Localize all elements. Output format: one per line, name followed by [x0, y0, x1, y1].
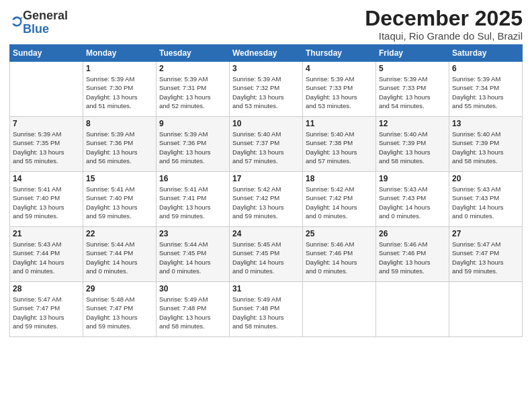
calendar-cell: 13Sunrise: 5:40 AM Sunset: 7:39 PM Dayli… — [449, 117, 523, 172]
calendar-cell — [449, 282, 523, 337]
calendar-cell: 22Sunrise: 5:44 AM Sunset: 7:44 PM Dayli… — [83, 227, 157, 282]
day-number: 28 — [13, 284, 80, 293]
day-info: Sunrise: 5:39 AM Sunset: 7:35 PM Dayligh… — [13, 130, 80, 165]
calendar-cell: 29Sunrise: 5:48 AM Sunset: 7:47 PM Dayli… — [83, 282, 157, 337]
day-info: Sunrise: 5:40 AM Sunset: 7:38 PM Dayligh… — [306, 130, 373, 165]
day-number: 15 — [86, 174, 153, 183]
col-header-friday: Friday — [376, 45, 449, 62]
day-number: 14 — [13, 174, 80, 183]
day-number: 22 — [86, 229, 153, 238]
calendar-cell: 18Sunrise: 5:42 AM Sunset: 7:42 PM Dayli… — [303, 172, 376, 227]
col-header-thursday: Thursday — [303, 45, 376, 62]
calendar-cell — [10, 62, 83, 117]
header-row: SundayMondayTuesdayWednesdayThursdayFrid… — [10, 45, 523, 62]
calendar-cell: 17Sunrise: 5:42 AM Sunset: 7:42 PM Dayli… — [230, 172, 303, 227]
day-number: 2 — [159, 64, 226, 73]
calendar-cell: 12Sunrise: 5:40 AM Sunset: 7:39 PM Dayli… — [376, 117, 449, 172]
calendar-cell: 14Sunrise: 5:41 AM Sunset: 7:40 PM Dayli… — [10, 172, 83, 227]
calendar-cell: 5Sunrise: 5:39 AM Sunset: 7:33 PM Daylig… — [376, 62, 449, 117]
day-info: Sunrise: 5:41 AM Sunset: 7:40 PM Dayligh… — [86, 185, 153, 220]
logo-blue: Blue — [23, 22, 49, 36]
day-number: 18 — [306, 174, 373, 183]
calendar-cell: 2Sunrise: 5:39 AM Sunset: 7:31 PM Daylig… — [157, 62, 230, 117]
col-header-wednesday: Wednesday — [230, 45, 303, 62]
day-number: 27 — [452, 229, 519, 238]
month-title: December 2025 — [365, 7, 523, 30]
calendar-cell — [303, 282, 376, 337]
week-row-3: 14Sunrise: 5:41 AM Sunset: 7:40 PM Dayli… — [10, 172, 523, 227]
calendar-cell: 4Sunrise: 5:39 AM Sunset: 7:33 PM Daylig… — [303, 62, 376, 117]
calendar-cell: 24Sunrise: 5:45 AM Sunset: 7:45 PM Dayli… — [230, 227, 303, 282]
day-info: Sunrise: 5:47 AM Sunset: 7:47 PM Dayligh… — [452, 240, 519, 275]
day-number: 25 — [306, 229, 373, 238]
location: Itaqui, Rio Grande do Sul, Brazil — [365, 30, 523, 42]
week-row-5: 28Sunrise: 5:47 AM Sunset: 7:47 PM Dayli… — [10, 282, 523, 337]
calendar-cell: 26Sunrise: 5:46 AM Sunset: 7:46 PM Dayli… — [376, 227, 449, 282]
day-info: Sunrise: 5:44 AM Sunset: 7:44 PM Dayligh… — [86, 240, 153, 275]
calendar-cell: 28Sunrise: 5:47 AM Sunset: 7:47 PM Dayli… — [10, 282, 83, 337]
day-info: Sunrise: 5:46 AM Sunset: 7:46 PM Dayligh… — [306, 240, 373, 275]
day-number: 10 — [232, 119, 300, 128]
day-info: Sunrise: 5:45 AM Sunset: 7:45 PM Dayligh… — [232, 240, 300, 275]
calendar-cell: 27Sunrise: 5:47 AM Sunset: 7:47 PM Dayli… — [449, 227, 523, 282]
calendar-cell: 7Sunrise: 5:39 AM Sunset: 7:35 PM Daylig… — [10, 117, 83, 172]
calendar-table: SundayMondayTuesdayWednesdayThursdayFrid… — [9, 44, 523, 337]
day-number: 1 — [86, 64, 153, 73]
week-row-2: 7Sunrise: 5:39 AM Sunset: 7:35 PM Daylig… — [10, 117, 523, 172]
col-header-tuesday: Tuesday — [157, 45, 230, 62]
calendar-cell — [376, 282, 449, 337]
day-number: 17 — [232, 174, 300, 183]
day-info: Sunrise: 5:42 AM Sunset: 7:42 PM Dayligh… — [306, 185, 373, 220]
calendar-cell: 6Sunrise: 5:39 AM Sunset: 7:34 PM Daylig… — [449, 62, 523, 117]
calendar-cell: 19Sunrise: 5:43 AM Sunset: 7:43 PM Dayli… — [376, 172, 449, 227]
day-info: Sunrise: 5:39 AM Sunset: 7:34 PM Dayligh… — [452, 75, 519, 110]
calendar-cell: 8Sunrise: 5:39 AM Sunset: 7:36 PM Daylig… — [83, 117, 157, 172]
title-block: December 2025 Itaqui, Rio Grande do Sul,… — [365, 7, 523, 42]
day-info: Sunrise: 5:41 AM Sunset: 7:40 PM Dayligh… — [13, 185, 80, 220]
page-container: General Blue December 2025 Itaqui, Rio G… — [0, 0, 532, 344]
calendar-cell: 23Sunrise: 5:44 AM Sunset: 7:45 PM Dayli… — [157, 227, 230, 282]
day-number: 21 — [13, 229, 80, 238]
day-info: Sunrise: 5:46 AM Sunset: 7:46 PM Dayligh… — [379, 240, 446, 275]
day-info: Sunrise: 5:49 AM Sunset: 7:48 PM Dayligh… — [232, 295, 300, 330]
day-info: Sunrise: 5:47 AM Sunset: 7:47 PM Dayligh… — [13, 295, 80, 330]
day-info: Sunrise: 5:42 AM Sunset: 7:42 PM Dayligh… — [232, 185, 300, 220]
day-info: Sunrise: 5:40 AM Sunset: 7:39 PM Dayligh… — [379, 130, 446, 165]
col-header-monday: Monday — [83, 45, 157, 62]
day-number: 12 — [379, 119, 446, 128]
day-number: 7 — [13, 119, 80, 128]
calendar-cell: 20Sunrise: 5:43 AM Sunset: 7:43 PM Dayli… — [449, 172, 523, 227]
day-number: 9 — [159, 119, 226, 128]
day-info: Sunrise: 5:39 AM Sunset: 7:33 PM Dayligh… — [379, 75, 446, 110]
day-number: 20 — [452, 174, 519, 183]
day-number: 6 — [452, 64, 519, 73]
day-number: 26 — [379, 229, 446, 238]
day-number: 23 — [159, 229, 226, 238]
calendar-cell: 16Sunrise: 5:41 AM Sunset: 7:41 PM Dayli… — [157, 172, 230, 227]
calendar-cell: 1Sunrise: 5:39 AM Sunset: 7:30 PM Daylig… — [83, 62, 157, 117]
day-number: 13 — [452, 119, 519, 128]
calendar-cell: 21Sunrise: 5:43 AM Sunset: 7:44 PM Dayli… — [10, 227, 83, 282]
day-info: Sunrise: 5:41 AM Sunset: 7:41 PM Dayligh… — [159, 185, 226, 220]
calendar-cell: 9Sunrise: 5:39 AM Sunset: 7:36 PM Daylig… — [157, 117, 230, 172]
day-number: 8 — [86, 119, 153, 128]
day-info: Sunrise: 5:40 AM Sunset: 7:37 PM Dayligh… — [232, 130, 300, 165]
day-info: Sunrise: 5:39 AM Sunset: 7:30 PM Dayligh… — [86, 75, 153, 110]
week-row-4: 21Sunrise: 5:43 AM Sunset: 7:44 PM Dayli… — [10, 227, 523, 282]
header: General Blue December 2025 Itaqui, Rio G… — [9, 7, 523, 42]
day-info: Sunrise: 5:43 AM Sunset: 7:43 PM Dayligh… — [379, 185, 446, 220]
calendar-cell: 11Sunrise: 5:40 AM Sunset: 7:38 PM Dayli… — [303, 117, 376, 172]
col-header-saturday: Saturday — [449, 45, 523, 62]
day-number: 24 — [232, 229, 300, 238]
calendar-cell: 25Sunrise: 5:46 AM Sunset: 7:46 PM Dayli… — [303, 227, 376, 282]
day-info: Sunrise: 5:39 AM Sunset: 7:31 PM Dayligh… — [159, 75, 226, 110]
logo-general: General — [23, 9, 68, 22]
day-info: Sunrise: 5:39 AM Sunset: 7:33 PM Dayligh… — [306, 75, 373, 110]
calendar-cell: 30Sunrise: 5:49 AM Sunset: 7:48 PM Dayli… — [157, 282, 230, 337]
day-info: Sunrise: 5:39 AM Sunset: 7:36 PM Dayligh… — [159, 130, 226, 165]
day-number: 29 — [86, 284, 153, 293]
day-info: Sunrise: 5:48 AM Sunset: 7:47 PM Dayligh… — [86, 295, 153, 330]
week-row-1: 1Sunrise: 5:39 AM Sunset: 7:30 PM Daylig… — [10, 62, 523, 117]
day-number: 4 — [306, 64, 373, 73]
calendar-cell: 10Sunrise: 5:40 AM Sunset: 7:37 PM Dayli… — [230, 117, 303, 172]
